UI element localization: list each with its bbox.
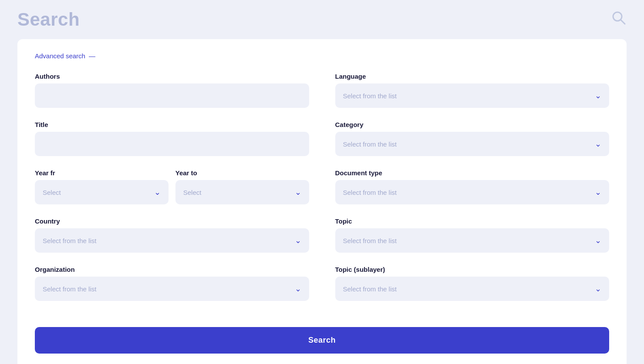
- svg-line-1: [621, 20, 625, 24]
- year-from-label: Year fr: [35, 169, 169, 177]
- topic-group: Topic Select from the list ⌄: [335, 217, 610, 253]
- document-type-select-wrapper: Select from the list ⌄: [335, 180, 610, 204]
- document-type-group: Document type Select from the list ⌄: [335, 169, 610, 204]
- organization-select[interactable]: Select from the list: [35, 277, 309, 301]
- topic-select[interactable]: Select from the list: [335, 228, 610, 253]
- topic-sublayer-group: Topic (sublayer) Select from the list ⌄: [335, 266, 610, 301]
- year-from-select[interactable]: Select: [35, 180, 169, 204]
- country-label: Country: [35, 217, 309, 225]
- organization-select-wrapper: Select from the list ⌄: [35, 277, 309, 301]
- category-label: Category: [335, 121, 610, 128]
- advanced-search-dash: —: [89, 52, 95, 60]
- search-button[interactable]: Search: [35, 327, 609, 354]
- title-input[interactable]: [35, 132, 309, 156]
- language-select-wrapper: Select from the list ⌄: [335, 83, 610, 108]
- search-button-wrapper: Search: [35, 314, 609, 354]
- topic-label: Topic: [335, 217, 610, 225]
- advanced-search-toggle[interactable]: Advanced search —: [35, 52, 609, 60]
- year-from-select-wrapper: Select ⌄: [35, 180, 169, 204]
- main-content: Advanced search — Authors Language Selec…: [17, 39, 627, 364]
- country-select[interactable]: Select from the list: [35, 228, 309, 253]
- authors-group: Authors: [35, 73, 309, 108]
- document-type-select[interactable]: Select from the list: [335, 180, 610, 204]
- language-select[interactable]: Select from the list: [335, 83, 610, 108]
- year-to-label: Year to: [175, 169, 309, 177]
- title-group: Title: [35, 121, 309, 156]
- country-group: Country Select from the list ⌄: [35, 217, 309, 253]
- year-row-inner: Year fr Select ⌄ Year to Select ⌄: [35, 169, 309, 204]
- organization-label: Organization: [35, 266, 309, 273]
- search-icon: [611, 10, 627, 29]
- language-group: Language Select from the list ⌄: [335, 73, 610, 108]
- advanced-search-link[interactable]: Advanced search: [35, 52, 85, 60]
- year-to-select[interactable]: Select: [175, 180, 309, 204]
- year-from-col: Year fr Select ⌄: [35, 169, 169, 204]
- topic-sublayer-select-wrapper: Select from the list ⌄: [335, 277, 610, 301]
- year-to-col: Year to Select ⌄: [175, 169, 309, 204]
- topic-sublayer-select[interactable]: Select from the list: [335, 277, 610, 301]
- title-label: Title: [35, 121, 309, 128]
- form-grid: Authors Language Select from the list ⌄ …: [35, 73, 609, 354]
- category-select[interactable]: Select from the list: [335, 132, 610, 156]
- header: Search: [0, 0, 644, 39]
- category-select-wrapper: Select from the list ⌄: [335, 132, 610, 156]
- topic-select-wrapper: Select from the list ⌄: [335, 228, 610, 253]
- language-label: Language: [335, 73, 610, 80]
- authors-label: Authors: [35, 73, 309, 80]
- topic-sublayer-label: Topic (sublayer): [335, 266, 610, 273]
- category-group: Category Select from the list ⌄: [335, 121, 610, 156]
- year-to-select-wrapper: Select ⌄: [175, 180, 309, 204]
- authors-input[interactable]: [35, 83, 309, 108]
- page-title: Search: [17, 9, 80, 30]
- year-row-group: Year fr Select ⌄ Year to Select ⌄: [35, 169, 309, 204]
- document-type-label: Document type: [335, 169, 610, 177]
- country-select-wrapper: Select from the list ⌄: [35, 228, 309, 253]
- organization-group: Organization Select from the list ⌄: [35, 266, 309, 301]
